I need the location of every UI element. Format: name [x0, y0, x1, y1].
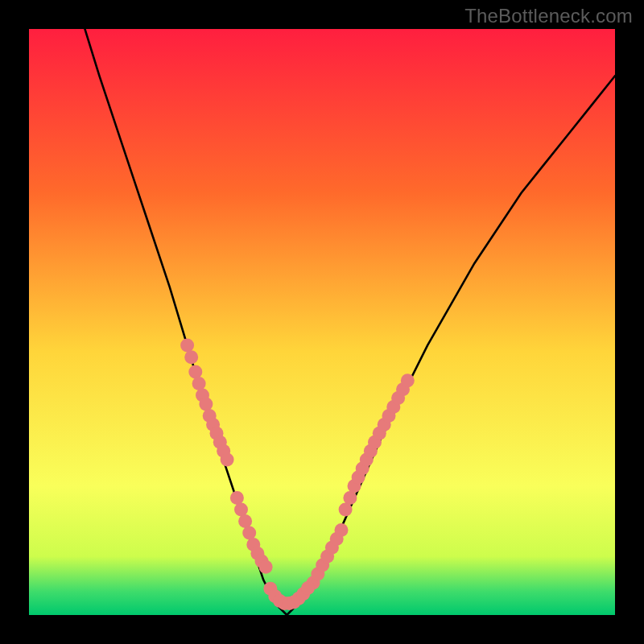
bottleneck-plot	[0, 0, 644, 644]
curve-marker	[234, 503, 248, 517]
curve-marker	[343, 491, 357, 505]
curve-marker	[242, 526, 256, 540]
curve-marker	[301, 581, 315, 595]
curve-marker	[339, 503, 353, 517]
curve-marker	[401, 374, 415, 387]
curve-marker	[230, 491, 244, 505]
watermark-label: TheBottleneck.com	[464, 5, 633, 27]
gradient-background	[29, 29, 615, 615]
curve-marker	[192, 377, 206, 390]
curve-marker	[221, 453, 234, 467]
curve-marker	[180, 339, 194, 353]
curve-marker	[199, 397, 213, 411]
curve-marker	[188, 365, 202, 378]
curve-marker	[259, 560, 273, 574]
chart-frame: TheBottleneck.com	[0, 0, 644, 644]
curve-marker	[335, 523, 349, 537]
curve-marker	[184, 350, 198, 364]
curve-marker	[238, 514, 252, 528]
